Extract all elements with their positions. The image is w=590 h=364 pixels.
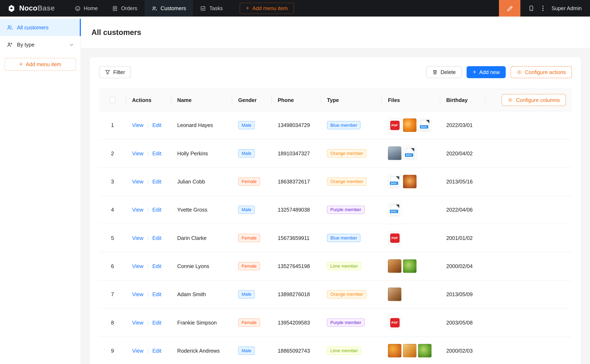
sidebar-add-menu-item-button[interactable]: + Add menu item [5, 58, 76, 71]
plus-icon: + [246, 5, 249, 11]
edit-link[interactable]: Edit [152, 150, 161, 156]
image-thumbnail[interactable] [388, 344, 401, 358]
nav-tasks[interactable]: Tasks [193, 0, 230, 17]
nav-home[interactable]: Home [67, 0, 105, 17]
column-header-files: Files [382, 89, 440, 111]
action-separator: | [147, 178, 149, 184]
topbar: NocoBase Home Orders [0, 0, 590, 17]
image-thumbnail[interactable] [388, 147, 401, 160]
image-thumbnail[interactable] [418, 344, 431, 358]
image-thumbnail[interactable] [403, 259, 417, 273]
sidebar-item-all-customers[interactable]: All customers [0, 19, 80, 36]
edit-link[interactable]: Edit [152, 122, 161, 128]
image-thumbnail[interactable] [388, 259, 401, 273]
table-row: 8 View | Edit Frankie Simpson Female 139… [99, 309, 572, 337]
row-index: 8 [105, 319, 120, 325]
edit-link[interactable]: Edit [152, 235, 161, 241]
files-cell: DOC [388, 147, 417, 160]
edit-link[interactable]: Edit [152, 348, 161, 354]
pdf-file-icon[interactable]: PDF [388, 118, 401, 132]
image-thumbnail[interactable] [388, 287, 401, 301]
doc-file-icon[interactable]: DOC [418, 118, 431, 132]
gear-icon [517, 70, 522, 75]
birthday-value: 2022/03/01 [446, 122, 473, 128]
nocobase-logo[interactable]: NocoBase [7, 4, 55, 13]
task-check-icon [200, 5, 206, 11]
table-row: 6 View | Edit Connie Lyons Female 135276… [99, 252, 572, 280]
nav-customers[interactable]: Customers [144, 0, 193, 17]
type-tag: Purple member [327, 318, 365, 327]
ui-editor-button[interactable] [499, 0, 520, 17]
edit-link[interactable]: Edit [152, 178, 161, 184]
trash-icon [432, 70, 438, 75]
edit-link[interactable]: Edit [152, 291, 161, 297]
nav-orders[interactable]: Orders [105, 0, 144, 17]
add-menu-item-button[interactable]: + Add menu item [240, 3, 294, 14]
doc-file-icon[interactable]: DOC [403, 147, 417, 160]
files-cell: DOC [388, 175, 417, 188]
pdf-file-icon[interactable]: PDF [388, 316, 401, 329]
action-separator: | [147, 235, 149, 241]
edit-link[interactable]: Edit [152, 263, 161, 269]
pdf-file-icon[interactable]: PDF [388, 231, 401, 245]
view-link[interactable]: View [132, 348, 143, 354]
add-new-button[interactable]: + Add new [467, 66, 506, 78]
ellipsis-icon[interactable] [542, 5, 544, 11]
image-thumbnail[interactable] [403, 175, 417, 188]
configure-columns-button[interactable]: Configure columns [502, 94, 566, 106]
table-row: 9 View | Edit Roderick Andrews Male 1886… [99, 337, 572, 364]
smile-icon [75, 5, 80, 11]
doc-file-icon[interactable]: DOC [388, 203, 401, 216]
files-cell [388, 259, 417, 273]
action-separator: | [147, 263, 149, 269]
sidebar-item-by-type[interactable]: By type [0, 36, 80, 53]
delete-button[interactable]: Delete [426, 66, 462, 78]
phone-value: 18910347327 [278, 150, 310, 156]
logo-text: NocoBase [19, 4, 55, 13]
table-row: 7 View | Edit Adam Smith Male 1389827601… [99, 280, 572, 309]
edit-link[interactable]: Edit [152, 319, 161, 325]
column-header-birthday: Birthday [440, 89, 485, 111]
view-link[interactable]: View [132, 150, 143, 156]
main-area: All customers Filter [81, 17, 590, 364]
chevron-down-icon [69, 42, 74, 47]
user-menu[interactable]: Super Admin [551, 5, 582, 11]
view-link[interactable]: View [132, 319, 143, 325]
type-tag: Orange member [327, 149, 367, 158]
phone-value: 13498034729 [278, 122, 310, 128]
view-link[interactable]: View [132, 263, 143, 269]
select-all-checkbox[interactable] [110, 97, 115, 103]
image-thumbnail[interactable] [403, 118, 417, 132]
action-separator: | [147, 291, 149, 297]
phone-value: 18638372617 [278, 178, 310, 184]
toolbar-right: Delete + Add new Configure actions [426, 66, 572, 78]
view-link[interactable]: View [132, 235, 143, 241]
gender-tag: Female [238, 318, 260, 327]
mobile-icon[interactable] [528, 5, 534, 11]
doc-file-icon[interactable]: DOC [388, 175, 401, 188]
column-header-gender: Gender [232, 89, 272, 111]
table-row: 4 View | Edit Yvette Gross Male 13257489… [99, 196, 572, 224]
configure-actions-button[interactable]: Configure actions [511, 66, 572, 78]
nav-label: Orders [121, 5, 137, 11]
files-cell [388, 344, 432, 358]
phone-value: 13898276018 [278, 291, 310, 297]
birthday-value: 2000/02/04 [446, 263, 473, 269]
birthday-value: 2003/05/08 [446, 319, 473, 325]
action-separator: | [147, 150, 149, 156]
action-separator: | [147, 348, 149, 354]
row-index: 9 [105, 348, 120, 354]
table-header-row: Actions Name Gender Phone Type Files Bir… [99, 89, 572, 111]
orders-icon [112, 5, 118, 11]
view-link[interactable]: View [132, 207, 143, 213]
filter-button[interactable]: Filter [99, 66, 131, 78]
view-link[interactable]: View [132, 291, 143, 297]
view-link[interactable]: View [132, 178, 143, 184]
edit-link[interactable]: Edit [152, 207, 161, 213]
view-link[interactable]: View [132, 122, 143, 128]
image-thumbnail[interactable] [403, 344, 417, 358]
type-tag: Blue member [327, 121, 360, 129]
gender-tag: Female [238, 234, 260, 242]
gender-tag: Male [238, 290, 255, 299]
phone-value: 13527645198 [278, 263, 310, 269]
